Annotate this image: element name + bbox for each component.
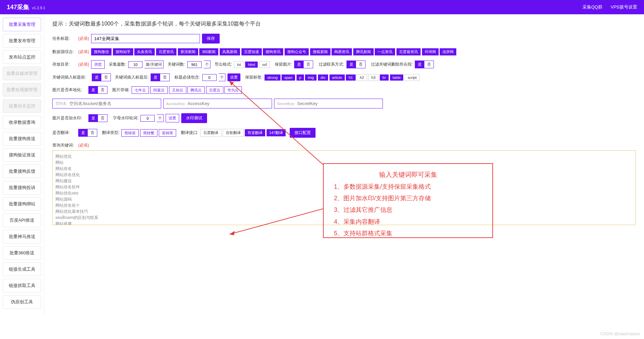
required-marker: (必填) bbox=[78, 142, 89, 148]
datasource-chip[interactable]: 搜狐新闻 bbox=[310, 48, 331, 55]
translate-type-option[interactable]: 英转简 bbox=[159, 129, 176, 137]
image-store-label: 图片存储: bbox=[112, 87, 130, 93]
datasource-chip[interactable]: 百度最资讯 bbox=[396, 48, 421, 55]
datasource-chip[interactable]: 新浪新闻 bbox=[178, 48, 198, 55]
cloud-option[interactable]: 百度云 bbox=[206, 86, 223, 94]
datasource-chip[interactable]: 搜狗知乎 bbox=[113, 48, 133, 55]
datasource-chip[interactable]: 搜狗公众号 bbox=[285, 48, 309, 55]
datasource-chip[interactable]: 澎湃网 bbox=[440, 48, 456, 55]
datasource-chip[interactable]: 搜狗微信 bbox=[91, 48, 112, 55]
title-contain-input[interactable] bbox=[202, 74, 217, 81]
tag-chip[interactable]: img bbox=[305, 74, 317, 81]
sidebar-item[interactable]: 批量360推送 bbox=[3, 246, 41, 260]
datasource-chip[interactable]: 环球网 bbox=[422, 48, 439, 55]
watermark-rotate-input[interactable] bbox=[140, 115, 155, 122]
sidebar-item[interactable]: 百度API推送 bbox=[3, 214, 41, 227]
insert-after-title-label: 关键词插入标题后: bbox=[115, 74, 149, 80]
filter-keyword-para-label: 过滤关键词删除所在段: bbox=[371, 62, 413, 67]
sidebar-item[interactable]: 批量搜狗反馈 bbox=[3, 165, 41, 178]
tag-chip[interactable]: h2 bbox=[357, 74, 367, 81]
cloud-option[interactable]: 阿里云 bbox=[150, 86, 168, 94]
datasource-chip[interactable]: 百度知道 bbox=[241, 48, 262, 55]
keyword-count-label: 关键词数: bbox=[168, 62, 185, 67]
translate-toggle[interactable]: 是否 bbox=[78, 129, 97, 137]
task-title-input[interactable] bbox=[91, 34, 200, 43]
translate-type-option[interactable]: 简转英 bbox=[121, 129, 139, 137]
tag-chip[interactable]: article bbox=[329, 74, 345, 81]
export-format-label: 导出格式: bbox=[215, 62, 232, 67]
watermark-set-button[interactable]: 设置 bbox=[166, 114, 179, 122]
translate-api-option[interactable]: 谷歌翻译 bbox=[223, 129, 244, 137]
link-vps-settings[interactable]: VPS拨号设置 bbox=[611, 4, 637, 10]
datasource-chip[interactable]: 搜狗资讯 bbox=[263, 48, 283, 55]
sidebar-item[interactable]: 链接抓取工具 bbox=[3, 279, 41, 292]
insert-after-toggle[interactable]: 是否 bbox=[151, 73, 170, 81]
cloud-option[interactable]: 又拍云 bbox=[169, 86, 186, 94]
translate-api-option[interactable]: 有道翻译 bbox=[245, 129, 265, 136]
access-key-input[interactable] bbox=[187, 101, 269, 106]
keywords-textarea[interactable] bbox=[52, 150, 636, 225]
datasource-chip[interactable]: 百度资讯 bbox=[156, 48, 176, 55]
sidebar-item[interactable]: 批量采集管理 bbox=[3, 18, 41, 31]
translate-api-label: 翻译接口: bbox=[181, 130, 198, 136]
sidebar-item[interactable]: 批量发布管理 bbox=[3, 34, 41, 48]
watermark-rotate-label: 字母水印轮词: bbox=[113, 115, 138, 121]
title-must-contain-label: 标题必须包含: bbox=[174, 74, 200, 80]
datasource-chip[interactable]: 腾讯新闻 bbox=[353, 48, 374, 55]
tag-chip[interactable]: p bbox=[296, 74, 304, 81]
keyword-count-input[interactable] bbox=[187, 61, 202, 68]
datasource-chip[interactable]: 网易资讯 bbox=[332, 48, 352, 55]
sidebar-item[interactable]: 批量搜狗绑站 bbox=[3, 197, 41, 211]
secret-key-input[interactable] bbox=[297, 101, 380, 106]
title-contain-set-button[interactable]: 设置 bbox=[227, 73, 240, 81]
space-name-input[interactable] bbox=[69, 101, 158, 106]
sidebar-item[interactable]: 发布站点监控 bbox=[3, 50, 41, 64]
datasource-chip[interactable]: 360新闻 bbox=[199, 48, 218, 55]
cloud-option[interactable]: 腾讯云 bbox=[187, 86, 205, 94]
tag-chip[interactable]: script bbox=[405, 74, 420, 81]
access-key-field[interactable]: AccessKey bbox=[163, 99, 272, 108]
filter-contact-toggle[interactable]: 是否 bbox=[346, 61, 366, 68]
tag-chip[interactable]: span bbox=[282, 74, 295, 81]
datasource-chip[interactable]: 一点资讯 bbox=[375, 48, 395, 55]
cloud-option[interactable]: 华为云 bbox=[224, 86, 242, 94]
tag-chip[interactable]: strong bbox=[265, 74, 281, 81]
browse-button[interactable]: 浏览 bbox=[91, 60, 105, 69]
sidebar-item[interactable]: 链接生成工具 bbox=[3, 262, 41, 276]
watermark-label: 图片是否加水印: bbox=[52, 115, 86, 121]
watermark-test-button[interactable]: 水印测试 bbox=[181, 113, 207, 123]
tag-chip[interactable]: h1 bbox=[346, 74, 355, 81]
translate-api-option[interactable]: 百度翻译 bbox=[200, 129, 221, 137]
main-content: 提示：关键词数最多1000个，采集数据源多个轮训，每个关键词最多采集10篇每个平… bbox=[44, 14, 644, 315]
space-name-field[interactable]: 空间名 bbox=[52, 99, 161, 108]
sidebar-item[interactable]: 伪原创工具 bbox=[3, 295, 41, 309]
translate-type-option[interactable]: 简转繁 bbox=[140, 129, 157, 137]
image-local-toggle[interactable]: 是否 bbox=[88, 86, 107, 94]
insert-before-toggle[interactable]: 是否 bbox=[92, 73, 111, 81]
sidebar-item[interactable]: 批量搜狗投诉 bbox=[3, 181, 41, 194]
link-qq-group[interactable]: 采集QQ群 bbox=[582, 4, 603, 10]
export-format-chip[interactable]: txt bbox=[234, 61, 244, 68]
tag-chip[interactable]: h3 bbox=[368, 74, 378, 81]
sidebar-item[interactable]: 搜狗验证推送 bbox=[3, 148, 41, 162]
watermark-toggle[interactable]: 是否 bbox=[88, 114, 107, 122]
tag-chip[interactable]: div bbox=[318, 74, 328, 81]
collect-count-input[interactable] bbox=[128, 61, 142, 68]
sidebar-item[interactable]: 批量神马推送 bbox=[3, 230, 41, 243]
secret-key-field[interactable]: SecretKey bbox=[274, 99, 383, 108]
export-format-chip[interactable]: xxf bbox=[259, 61, 270, 68]
datasource-chip[interactable]: 头条资讯 bbox=[134, 48, 155, 55]
datasource-chip[interactable]: 凤凰新闻 bbox=[220, 48, 240, 55]
cloud-option[interactable]: 七牛云 bbox=[132, 86, 149, 94]
sidebar-item[interactable]: 收录数据查询 bbox=[3, 116, 41, 129]
tag-chip[interactable]: br bbox=[380, 74, 389, 81]
sidebar: 批量采集管理批量发布管理发布站点监控批量自媒体管理批量短视频管理批量排名监控收录… bbox=[0, 14, 44, 315]
tag-chip[interactable]: table bbox=[390, 74, 404, 81]
filter-keyword-para-toggle[interactable]: 是否 bbox=[415, 61, 434, 68]
keep-image-toggle[interactable]: 是否 bbox=[294, 61, 313, 68]
translate-api-option[interactable]: 147翻译 bbox=[267, 129, 286, 136]
save-button[interactable]: 保存 bbox=[202, 34, 220, 44]
sidebar-item[interactable]: 批量搜狗推送 bbox=[3, 132, 41, 146]
api-config-button[interactable]: 接口配置 bbox=[290, 128, 316, 138]
export-format-chip[interactable]: html bbox=[245, 62, 258, 68]
